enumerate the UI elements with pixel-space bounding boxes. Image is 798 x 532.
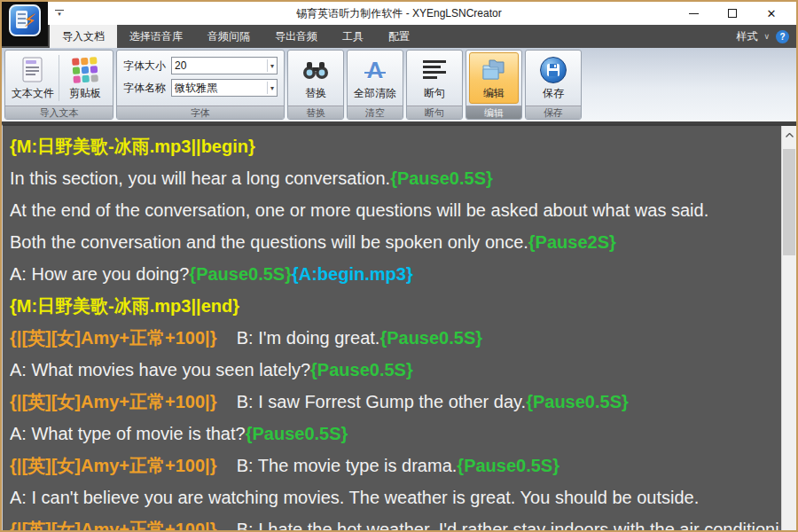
markup-tag: {|[英][女]Amy+正常+100|} bbox=[10, 392, 216, 411]
dialog-text: B: I hate the hot weather. I'd rather st… bbox=[216, 520, 780, 530]
markup-tag: {M:日野美歌-冰雨.mp3||begin} bbox=[10, 137, 255, 156]
dialog-text: A: What movies have you seen lately? bbox=[10, 360, 310, 379]
title-bar: 锡育英语听力制作软件 - XYEngLSNCreator ✕ bbox=[2, 2, 796, 25]
markup-tag: {Pause0.5S} bbox=[457, 456, 559, 475]
replace-button[interactable]: 替换 bbox=[291, 52, 340, 104]
close-icon: ✕ bbox=[767, 7, 777, 20]
vertical-scrollbar[interactable] bbox=[781, 126, 796, 530]
close-button[interactable]: ✕ bbox=[752, 2, 791, 25]
tab-3[interactable]: 导出音频 bbox=[262, 25, 330, 48]
markup-tag: {Pause0.5S} bbox=[310, 360, 413, 379]
chevron-down-icon[interactable]: ∨ bbox=[763, 32, 770, 41]
editor-line: A: What type of movie is that?{Pause0.5S… bbox=[10, 418, 780, 450]
sentence-break-button[interactable]: 断句 bbox=[410, 52, 459, 104]
font-size-select[interactable]: 20 ▾ bbox=[171, 57, 278, 74]
tab-5[interactable]: 配置 bbox=[376, 25, 422, 48]
dropdown-arrow-icon: ▾ bbox=[267, 82, 274, 94]
app-button[interactable]: ⚡ bbox=[2, 2, 48, 46]
dialog-text: In this section, you will hear a long co… bbox=[10, 168, 390, 188]
text-lines-icon bbox=[420, 56, 449, 84]
quick-access-dropdown-icon[interactable]: ▾ bbox=[55, 10, 64, 18]
scroll-up-icon bbox=[786, 133, 794, 137]
save-label: 保存 bbox=[543, 86, 564, 101]
dialog-text: At the end of the conversation, one or m… bbox=[10, 200, 708, 220]
text-file-button[interactable]: 文本文件 bbox=[8, 52, 58, 104]
clipboard-label: 剪贴板 bbox=[69, 86, 101, 101]
save-button[interactable]: 保存 bbox=[528, 52, 578, 104]
clipboard-button[interactable]: 剪贴板 bbox=[60, 52, 110, 104]
editor-line: A: How are you doing?{Pause0.5S}{A:begin… bbox=[10, 258, 780, 290]
scroll-up-button[interactable] bbox=[782, 128, 796, 142]
question-mark-icon: ? bbox=[779, 32, 785, 42]
group-edit: 编辑 编辑 bbox=[466, 50, 522, 120]
tab-0[interactable]: 导入文档 bbox=[50, 25, 117, 48]
tab-2[interactable]: 音频间隔 bbox=[195, 25, 262, 48]
editor-line: In this section, you will hear a long co… bbox=[10, 162, 780, 194]
scrollbar-thumb[interactable] bbox=[783, 149, 795, 255]
group-clear: A 全部清除 清空 bbox=[347, 50, 403, 120]
group-import-text: 文本文件 剪贴板 导入文本 bbox=[4, 50, 113, 120]
editor-line: {|[英][女]Amy+正常+100|} B: I hate the hot w… bbox=[10, 513, 780, 530]
group-label-import: 导入文本 bbox=[5, 106, 113, 119]
divider bbox=[59, 55, 59, 101]
app-logo-icon: ⚡ bbox=[9, 4, 41, 36]
binoculars-icon bbox=[301, 56, 330, 84]
group-break: 断句 断句 bbox=[406, 50, 463, 120]
group-label-replace: 替换 bbox=[288, 106, 343, 119]
sentence-break-label: 断句 bbox=[424, 86, 445, 101]
tab-strip: 导入文档选择语音库音频间隔导出音频工具配置 样式 ∨ ? bbox=[2, 25, 796, 48]
editor-content[interactable]: {M:日野美歌-冰雨.mp3||begin}In this section, y… bbox=[10, 130, 780, 530]
letter-a-clear-icon: A bbox=[361, 56, 389, 84]
editor-line: At the end of the conversation, one or m… bbox=[10, 194, 780, 226]
font-name-select[interactable]: 微软雅黑 ▾ bbox=[171, 79, 278, 97]
editor-line: Both the conversation and the questions … bbox=[10, 226, 780, 258]
maximize-button[interactable] bbox=[713, 2, 752, 25]
ribbon: 文本文件 剪贴板 导入文本 bbox=[2, 48, 796, 124]
group-label-break: 断句 bbox=[407, 106, 462, 119]
editor-line: A: I can't believe you are watching movi… bbox=[10, 481, 780, 513]
markup-tag: {|[英][女]Amy+正常+100|} bbox=[10, 456, 216, 475]
style-menu[interactable]: 样式 bbox=[736, 29, 757, 44]
markup-tag: {|[英][女]Amy+正常+100|} bbox=[10, 328, 216, 348]
markup-tag: {Pause2S} bbox=[528, 232, 616, 252]
group-label-font: 字体 bbox=[117, 106, 284, 119]
folders-icon bbox=[480, 56, 508, 84]
text-file-label: 文本文件 bbox=[12, 86, 54, 101]
markup-tag: {M:日野美歌-冰雨.mp3||end} bbox=[10, 296, 239, 316]
replace-label: 替换 bbox=[305, 86, 326, 101]
app-window: 锡育英语听力制作软件 - XYEngLSNCreator ✕ ⚡ ▾ 导入文档选… bbox=[0, 0, 798, 532]
group-label-edit: 编辑 bbox=[466, 106, 521, 119]
markup-tag: {|[英][女]Amy+正常+100|} bbox=[10, 520, 216, 530]
dialog-text: A: I can't believe you are watching movi… bbox=[10, 488, 699, 507]
markup-tag: {Pause0.5S} bbox=[526, 392, 629, 411]
clear-all-button[interactable]: A 全部清除 bbox=[350, 52, 400, 104]
group-font: 字体大小 20 ▾ 字体名称 微软雅黑 ▾ 字体 bbox=[116, 50, 285, 120]
tab-1[interactable]: 选择语音库 bbox=[117, 25, 195, 48]
editor-line: A: What movies have you seen lately?{Pau… bbox=[10, 354, 780, 386]
dialog-text: Both the conversation and the questions … bbox=[10, 232, 528, 252]
minimize-button[interactable] bbox=[674, 2, 713, 25]
font-name-label: 字体名称 bbox=[123, 81, 168, 96]
font-name-value: 微软雅黑 bbox=[175, 81, 267, 96]
dropdown-arrow-icon: ▾ bbox=[267, 59, 274, 72]
minimize-icon bbox=[689, 13, 699, 14]
markup-tag: {Pause0.5S} bbox=[189, 264, 292, 284]
help-button[interactable]: ? bbox=[776, 30, 789, 43]
markup-tag: {Pause0.5S} bbox=[379, 328, 482, 348]
dialog-text: A: How are you doing? bbox=[10, 264, 189, 284]
font-size-value: 20 bbox=[175, 59, 267, 72]
markup-tag: {Pause0.5S} bbox=[246, 424, 348, 443]
editor-line: {M:日野美歌-冰雨.mp3||begin} bbox=[10, 130, 780, 162]
tab-4[interactable]: 工具 bbox=[330, 25, 376, 48]
floppy-disk-icon bbox=[539, 56, 567, 84]
script-editor[interactable]: {M:日野美歌-冰雨.mp3||begin}In this section, y… bbox=[2, 124, 796, 530]
dialog-text: B: I saw Forrest Gump the other day. bbox=[216, 392, 526, 411]
edit-button[interactable]: 编辑 bbox=[469, 52, 519, 104]
group-label-clear: 清空 bbox=[348, 106, 403, 119]
text-file-icon bbox=[19, 56, 47, 84]
group-replace: 替换 替换 bbox=[287, 50, 344, 120]
clipboard-icon bbox=[71, 56, 99, 84]
maximize-icon bbox=[728, 9, 737, 18]
group-label-save: 保存 bbox=[526, 106, 581, 119]
markup-tag: {A:begin.mp3} bbox=[292, 264, 413, 284]
